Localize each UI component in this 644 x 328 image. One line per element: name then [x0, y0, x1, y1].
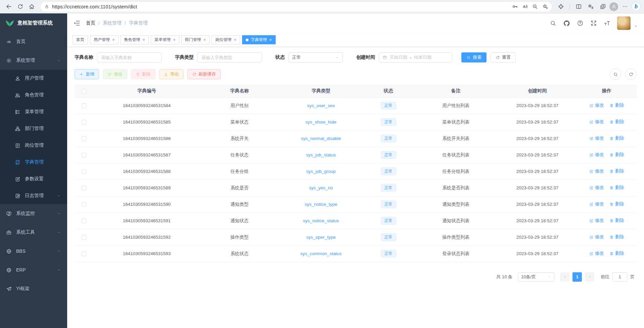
- delete-row-link[interactable]: 删除: [609, 218, 624, 224]
- close-tab-icon[interactable]: ×: [143, 38, 145, 42]
- dict-type-input[interactable]: [197, 52, 262, 62]
- dict-type-link[interactable]: sys_yes_no: [309, 185, 333, 190]
- select-all-checkbox[interactable]: [82, 89, 86, 94]
- edit-row-link[interactable]: 修改: [589, 168, 604, 174]
- search-button[interactable]: 搜索: [461, 52, 487, 62]
- tab-home[interactable]: 首页: [73, 35, 88, 44]
- delete-row-link[interactable]: 删除: [609, 201, 624, 207]
- page-size-select[interactable]: 10条/页: [518, 272, 554, 282]
- sidebar-item-log[interactable]: 日志管理: [0, 187, 67, 204]
- github-icon[interactable]: [563, 20, 570, 27]
- breadcrumb-system[interactable]: 系统管理: [103, 20, 122, 26]
- sidebar-item-dept[interactable]: 部门管理: [0, 120, 67, 137]
- close-tab-icon[interactable]: ×: [112, 38, 115, 42]
- delete-row-link[interactable]: 删除: [609, 119, 624, 125]
- address-bar[interactable]: https://ccnetcore.com:1101/system/dict: [40, 2, 552, 12]
- edit-row-link[interactable]: 修改: [589, 234, 604, 240]
- tab-部门管理[interactable]: 部门管理×: [181, 35, 210, 44]
- tab-用户管理[interactable]: 用户管理×: [90, 35, 119, 44]
- avatar-caret-down-icon[interactable]: [634, 24, 638, 28]
- sidebar-item-post[interactable]: 岗位管理: [0, 137, 67, 154]
- dict-type-link[interactable]: sys_oper_type: [306, 235, 336, 240]
- row-checkbox[interactable]: [82, 153, 86, 157]
- row-checkbox[interactable]: [82, 235, 86, 240]
- url-text[interactable]: https://ccnetcore.com:1101/system/dict: [52, 4, 510, 9]
- row-checkbox[interactable]: [82, 136, 86, 141]
- back-button[interactable]: [3, 1, 14, 12]
- tab-菜单管理[interactable]: 菜单管理×: [151, 35, 179, 44]
- dict-type-link[interactable]: sys_user_sex: [307, 103, 335, 108]
- bing-chat-icon[interactable]: b: [632, 2, 641, 11]
- goto-page-input[interactable]: [612, 272, 627, 282]
- dict-type-link[interactable]: sys_show_hide: [306, 120, 336, 125]
- edit-row-link[interactable]: 修改: [589, 135, 604, 141]
- tab-岗位管理[interactable]: 岗位管理×: [212, 35, 240, 44]
- row-checkbox[interactable]: [82, 186, 86, 190]
- close-tab-icon[interactable]: ×: [173, 38, 176, 42]
- sidebar-item-param[interactable]: 参数设置: [0, 171, 67, 187]
- dict-type-link[interactable]: sys_common_status: [300, 251, 341, 256]
- prev-page-button[interactable]: [560, 272, 569, 282]
- tab-字典管理[interactable]: 字典管理×: [242, 35, 276, 44]
- sidebar-item-yi[interactable]: Yi框架: [0, 279, 67, 298]
- sidebar-item-bbs[interactable]: BBS: [0, 242, 67, 261]
- dict-type-link[interactable]: sys_job_status: [306, 152, 336, 157]
- edit-row-link[interactable]: 修改: [589, 185, 604, 191]
- delete-row-link[interactable]: 删除: [609, 102, 624, 108]
- delete-row-link[interactable]: 删除: [609, 168, 624, 174]
- split-screen-button[interactable]: [573, 1, 584, 12]
- favorite-add-button[interactable]: [540, 2, 550, 11]
- edit-row-link[interactable]: 修改: [589, 152, 604, 158]
- refresh-table-button[interactable]: [625, 68, 637, 80]
- breadcrumb-home[interactable]: 首页: [86, 20, 95, 26]
- home-button[interactable]: [26, 1, 37, 12]
- reload-button[interactable]: [15, 1, 26, 12]
- user-avatar[interactable]: [617, 16, 631, 30]
- close-tab-icon[interactable]: ×: [234, 38, 236, 42]
- current-page[interactable]: 1: [572, 272, 582, 282]
- extensions-button[interactable]: [555, 1, 566, 12]
- more-button[interactable]: [619, 1, 630, 12]
- breadcrumb-dict[interactable]: 字典管理: [129, 20, 148, 26]
- row-checkbox[interactable]: [82, 103, 86, 108]
- date-range-picker[interactable]: 开始日期 - 结束日期: [379, 52, 452, 62]
- dict-name-input[interactable]: [97, 52, 162, 62]
- sidebar-item-monitor[interactable]: 系统监控: [0, 204, 67, 223]
- close-tab-icon[interactable]: ×: [269, 38, 272, 42]
- sidebar-item-menu[interactable]: 菜单管理: [0, 103, 67, 120]
- row-checkbox[interactable]: [82, 219, 86, 223]
- next-page-button[interactable]: [585, 272, 594, 282]
- delete-row-link[interactable]: 删除: [609, 234, 624, 240]
- dict-type-link[interactable]: sys_notice_type: [305, 202, 337, 207]
- edit-row-link[interactable]: 修改: [589, 201, 604, 207]
- fullscreen-icon[interactable]: [590, 20, 597, 27]
- toolbar-button-刷新缓存[interactable]: 刷新缓存: [187, 69, 221, 79]
- sidebar-item-dict[interactable]: 字典管理: [0, 154, 67, 171]
- sidebar-item-user[interactable]: 用户管理: [0, 70, 67, 87]
- toggle-search-button[interactable]: [610, 68, 621, 80]
- sidebar-item-role[interactable]: 角色管理: [0, 87, 67, 103]
- key-button[interactable]: [510, 2, 520, 11]
- toolbar-button-修改[interactable]: 修改: [103, 69, 127, 79]
- collections-button[interactable]: [597, 1, 608, 12]
- collapse-sidebar-icon[interactable]: [73, 19, 81, 27]
- row-checkbox[interactable]: [82, 120, 86, 125]
- delete-row-link[interactable]: 删除: [609, 250, 624, 256]
- dict-type-link[interactable]: sys_job_group: [306, 169, 336, 174]
- row-checkbox[interactable]: [82, 169, 86, 174]
- close-tab-icon[interactable]: ×: [203, 38, 206, 42]
- search-icon[interactable]: [550, 20, 556, 27]
- help-icon[interactable]: [577, 20, 584, 27]
- sidebar-item-erp[interactable]: ERP: [0, 261, 67, 279]
- toolbar-button-导出[interactable]: 导出: [159, 69, 184, 79]
- sidebar-item-tools[interactable]: 系统工具: [0, 223, 67, 242]
- favorites-bar-button[interactable]: [585, 1, 596, 12]
- status-select[interactable]: 正常: [288, 52, 343, 62]
- zoom-out-button[interactable]: [530, 2, 540, 11]
- dict-type-link[interactable]: sys_normal_disable: [301, 136, 341, 141]
- tab-角色管理[interactable]: 角色管理×: [121, 35, 149, 44]
- edit-row-link[interactable]: 修改: [589, 250, 604, 256]
- toolbar-button-删除[interactable]: 删除: [131, 69, 155, 79]
- row-checkbox[interactable]: [82, 202, 86, 207]
- sidebar-item-system[interactable]: 系统管理: [0, 51, 67, 70]
